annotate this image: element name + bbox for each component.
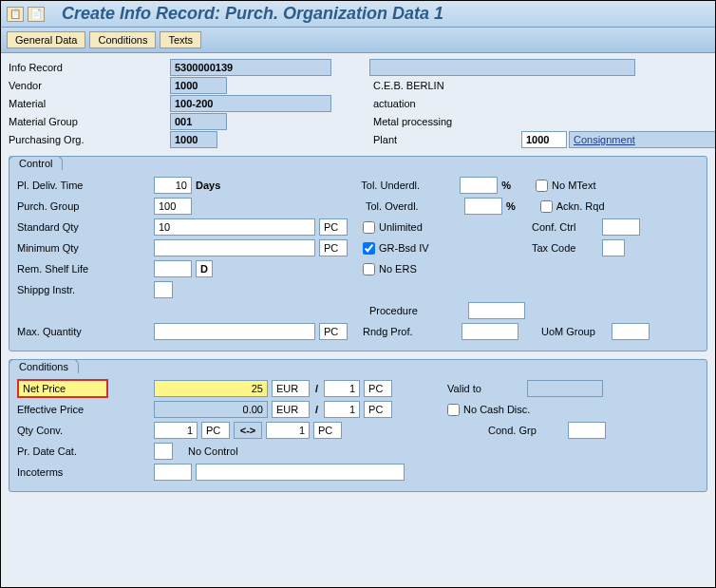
stdqty-input[interactable]: [154, 218, 315, 236]
incoterms-label: Incoterms: [17, 465, 150, 479]
noers-check[interactable]: No ERS: [363, 263, 505, 275]
nav-icon-1[interactable]: 📋: [7, 7, 24, 22]
porg-field: 1000: [170, 131, 217, 148]
rndg-input[interactable]: [462, 323, 518, 340]
taxcode-input[interactable]: [602, 239, 625, 256]
netprice-label: Net Price: [17, 379, 108, 398]
matgroup-field: 001: [170, 113, 227, 130]
prdate-input[interactable]: [154, 443, 173, 460]
validto-field: [527, 380, 603, 397]
minqty-label: Minimum Qty: [17, 241, 150, 255]
remshelf-input[interactable]: [154, 260, 192, 277]
material-label: Material: [9, 97, 170, 110]
prdate-label: Pr. Date Cat.: [17, 445, 150, 458]
incoterms-input[interactable]: [154, 464, 192, 481]
effprice-per[interactable]: [324, 401, 360, 418]
incoterms-text[interactable]: [196, 464, 405, 481]
days-label: Days: [196, 179, 220, 192]
remshelf-unit[interactable]: [196, 260, 213, 277]
slash-2: /: [313, 404, 320, 415]
matgroup-desc: Metal processing: [369, 116, 715, 127]
pct-2: %: [506, 199, 516, 213]
material-desc: actuation: [369, 98, 715, 109]
uom-input[interactable]: [612, 323, 650, 340]
nocontrol-label: No Control: [188, 445, 238, 458]
qtyconv2-unit[interactable]: [313, 422, 342, 439]
control-group-title: Control: [9, 156, 63, 170]
content: Info Record 5300000139 Vendor 1000 C.E.B…: [1, 53, 715, 587]
vendor-name: C.E.B. BERLIN: [369, 80, 715, 91]
tol-under-label: Tol. Underdl.: [361, 179, 456, 192]
minqty-input[interactable]: [154, 239, 315, 256]
tab-texts[interactable]: Texts: [160, 31, 201, 48]
arrow: <->: [234, 422, 262, 439]
taxcode-label: Tax Code: [532, 241, 598, 255]
netprice-input[interactable]: [154, 380, 268, 397]
qtyconv1-unit[interactable]: [201, 422, 230, 439]
pgroup-input[interactable]: [154, 198, 192, 215]
tab-conditions[interactable]: Conditions: [89, 31, 156, 48]
vendor-field: 1000: [170, 77, 227, 94]
tol-under-input[interactable]: [460, 177, 498, 194]
sap-window: 📋 📄 Create Info Record: Purch. Organizat…: [0, 0, 716, 588]
procedure-input[interactable]: [468, 302, 525, 319]
pl-deliv-input[interactable]: [154, 177, 192, 194]
material-field: 100-200: [170, 95, 331, 112]
confctrl-label: Conf. Ctrl: [532, 220, 598, 234]
stdqty-unit[interactable]: [319, 218, 348, 236]
netprice-unit[interactable]: [364, 380, 392, 397]
info-record-field: 5300000139: [170, 59, 331, 76]
nocash-check[interactable]: No Cash Disc.: [447, 404, 530, 416]
porg-label: Purchasing Org.: [9, 133, 170, 146]
info-record-label: Info Record: [9, 61, 170, 74]
header-area: Info Record 5300000139 Vendor 1000 C.E.B…: [9, 59, 707, 148]
shippg-label: Shippg Instr.: [17, 283, 150, 296]
netprice-per[interactable]: [324, 380, 360, 397]
vendor-label: Vendor: [9, 79, 170, 92]
effprice-label: Effective Price: [17, 403, 150, 416]
rndg-label: Rndg Prof.: [363, 325, 458, 338]
effprice-unit[interactable]: [364, 401, 392, 418]
condgrp-label: Cond. Grp: [488, 424, 564, 437]
tab-general-data[interactable]: General Data: [7, 31, 85, 48]
qtyconv2-input[interactable]: [266, 422, 310, 439]
ackn-rqd-check[interactable]: Ackn. Rqd: [540, 200, 605, 213]
slash-1: /: [313, 383, 320, 394]
no-mtext-check[interactable]: No MText: [536, 180, 595, 192]
shippg-input[interactable]: [154, 281, 173, 298]
netprice-curr[interactable]: [272, 380, 310, 397]
validto-label: Valid to: [447, 382, 523, 395]
title-bar: 📋 📄 Create Info Record: Purch. Organizat…: [1, 1, 715, 28]
plant-field[interactable]: 1000: [521, 131, 567, 148]
condgrp-input[interactable]: [568, 422, 606, 439]
pl-deliv-label: Pl. Deliv. Time: [17, 179, 150, 192]
effprice-field: 0.00: [154, 401, 268, 418]
control-group: Control Pl. Deliv. Time Days Tol. Underd…: [9, 156, 707, 351]
plant-link[interactable]: Consignment: [569, 131, 715, 148]
maxqty-label: Max. Quantity: [17, 325, 150, 338]
effprice-curr[interactable]: [272, 401, 310, 418]
maxqty-input[interactable]: [154, 323, 315, 340]
tol-over-input[interactable]: [464, 198, 502, 215]
info-record-desc: [369, 59, 635, 76]
qtyconv1-input[interactable]: [154, 422, 198, 439]
tabs-bar: General Data Conditions Texts: [1, 28, 715, 53]
unlimited-check[interactable]: Unlimited: [363, 221, 505, 234]
plant-label: Plant: [369, 134, 521, 145]
pct-1: %: [501, 179, 511, 192]
maxqty-unit[interactable]: [319, 323, 348, 340]
minqty-unit[interactable]: [319, 239, 348, 256]
qtyconv-label: Qty Conv.: [17, 424, 150, 437]
page-title: Create Info Record: Purch. Organization …: [62, 4, 443, 24]
uom-label: UoM Group: [541, 325, 608, 338]
stdqty-label: Standard Qty: [17, 220, 150, 234]
nav-icon-2[interactable]: 📄: [28, 7, 45, 22]
confctrl-input[interactable]: [602, 218, 640, 236]
procedure-label: Procedure: [369, 304, 464, 317]
pgroup-label: Purch. Group: [17, 199, 150, 213]
tol-over-label: Tol. Overdl.: [366, 199, 461, 213]
conditions-group: Conditions Net Price / Valid to Effectiv…: [9, 359, 707, 492]
conditions-group-title: Conditions: [9, 359, 79, 373]
remshelf-label: Rem. Shelf Life: [17, 262, 150, 275]
grbsd-check[interactable]: GR-Bsd IV: [363, 242, 505, 255]
